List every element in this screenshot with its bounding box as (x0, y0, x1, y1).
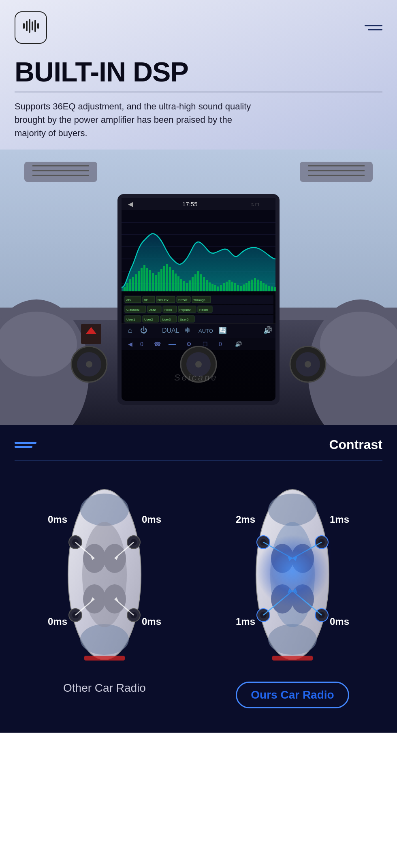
svg-rect-65 (206, 280, 208, 291)
svg-point-176 (268, 494, 317, 526)
svg-rect-40 (135, 274, 137, 291)
svg-rect-60 (192, 277, 194, 291)
left-bl-label: 0ms (48, 616, 67, 627)
svg-rect-37 (126, 283, 128, 291)
svg-text:☎: ☎ (154, 341, 161, 347)
svg-rect-48 (158, 272, 160, 291)
svg-rect-53 (172, 270, 174, 291)
svg-rect-68 (214, 285, 216, 291)
svg-text:Rock: Rock (164, 308, 172, 312)
contrast-title: Contrast (329, 437, 382, 452)
svg-text:Through: Through (193, 298, 205, 302)
svg-rect-59 (189, 280, 191, 291)
svg-rect-54 (175, 274, 177, 291)
page-title: BUILT-IN DSP (15, 56, 382, 88)
svg-rect-199 (272, 656, 313, 661)
page-title-container: BUILT-IN DSP (0, 52, 397, 92)
svg-rect-2 (29, 19, 30, 33)
svg-rect-47 (155, 275, 157, 291)
svg-rect-45 (149, 270, 151, 291)
svg-rect-76 (237, 285, 239, 291)
svg-text:⌂: ⌂ (128, 326, 132, 334)
svg-rect-1 (26, 21, 28, 31)
svg-rect-36 (124, 287, 126, 291)
svg-rect-74 (231, 282, 233, 291)
svg-text:≈ □: ≈ □ (251, 201, 259, 207)
contrast-icon (15, 442, 36, 448)
svg-text:User3: User3 (162, 318, 171, 321)
svg-rect-83 (257, 280, 259, 291)
comparison-area: 0ms 0ms 0ms 0ms (15, 477, 382, 708)
svg-rect-63 (200, 274, 202, 291)
svg-text:AUTO: AUTO (198, 328, 213, 334)
left-br-label: 0ms (142, 616, 161, 627)
right-tr-label: 1ms (330, 514, 349, 525)
svg-rect-50 (163, 266, 165, 291)
svg-point-147 (305, 361, 311, 368)
svg-rect-49 (160, 269, 162, 291)
svg-rect-39 (132, 277, 134, 291)
header-bar (0, 0, 397, 52)
svg-rect-79 (245, 283, 248, 291)
right-br-label: 0ms (330, 616, 349, 627)
logo-box (15, 11, 47, 44)
left-tr-label: 0ms (142, 514, 161, 525)
contrast-divider (15, 460, 382, 461)
svg-point-177 (268, 624, 317, 655)
svg-rect-75 (234, 283, 236, 291)
svg-point-144 (195, 361, 202, 368)
bottom-section: Contrast 0ms 0ms 0ms 0ms (0, 425, 397, 733)
svg-rect-82 (254, 278, 256, 291)
left-car-comparison: 0ms 0ms 0ms 0ms (15, 477, 194, 695)
svg-text:Classical: Classical (126, 308, 139, 312)
right-tl-label: 2ms (236, 514, 255, 525)
svg-rect-57 (183, 281, 185, 291)
svg-rect-71 (223, 283, 225, 291)
svg-text:DUAL: DUAL (162, 327, 179, 334)
contrast-header: Contrast (15, 437, 382, 452)
svg-rect-173 (84, 656, 125, 661)
svg-text:Popular: Popular (179, 308, 191, 312)
dsp-glow (256, 534, 329, 607)
svg-rect-85 (263, 283, 265, 291)
svg-rect-80 (248, 281, 250, 291)
svg-text:❄: ❄ (184, 326, 190, 334)
svg-text:🔄: 🔄 (219, 327, 227, 334)
svg-rect-86 (265, 284, 267, 291)
menu-icon[interactable] (365, 25, 382, 30)
svg-text:User1: User1 (126, 318, 135, 321)
svg-rect-77 (240, 286, 242, 291)
svg-text:User2: User2 (144, 318, 153, 321)
svg-rect-64 (203, 277, 205, 291)
svg-text:⏻: ⏻ (140, 326, 147, 334)
svg-text:━━━: ━━━ (168, 342, 176, 347)
svg-text:DOLBY: DOLBY (158, 298, 169, 302)
left-tl-label: 0ms (48, 514, 67, 525)
hero-description: Supports 36EQ adjustment, and the ultra-… (0, 100, 275, 150)
logo-icon (21, 16, 41, 40)
svg-rect-67 (211, 284, 213, 291)
svg-rect-8 (300, 162, 373, 182)
svg-text:Seicane: Seicane (174, 372, 218, 383)
svg-rect-38 (129, 279, 131, 291)
svg-rect-41 (138, 271, 140, 291)
svg-text:dts: dts (126, 298, 131, 302)
svg-rect-51 (166, 264, 168, 291)
svg-rect-42 (141, 268, 143, 291)
svg-text:User5: User5 (180, 318, 189, 321)
svg-point-141 (86, 361, 92, 368)
svg-text:🔊: 🔊 (235, 341, 242, 348)
svg-point-150 (80, 494, 129, 526)
svg-rect-69 (217, 286, 219, 291)
ours-car-radio-button[interactable]: Ours Car Radio (236, 682, 349, 708)
svg-rect-55 (177, 276, 179, 291)
svg-rect-3 (32, 21, 33, 30)
svg-text:0: 0 (219, 341, 222, 347)
svg-rect-43 (143, 265, 145, 291)
svg-rect-56 (180, 279, 182, 291)
svg-rect-73 (228, 280, 231, 291)
svg-rect-4 (34, 20, 36, 32)
svg-rect-84 (260, 281, 262, 291)
svg-text:☐: ☐ (203, 341, 208, 347)
svg-rect-0 (23, 23, 25, 29)
